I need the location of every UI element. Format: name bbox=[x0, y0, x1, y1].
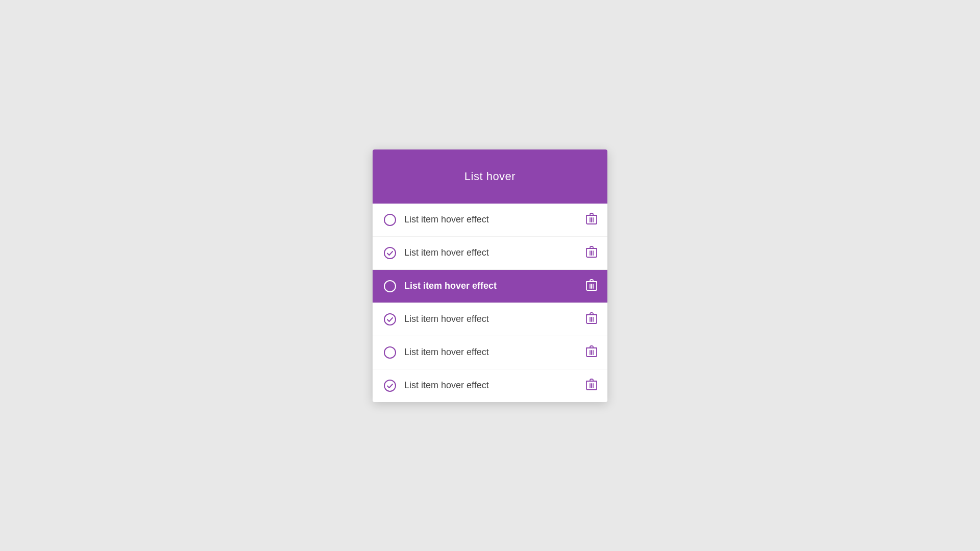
empty-circle-icon bbox=[383, 213, 397, 227]
delete-button[interactable] bbox=[586, 379, 597, 393]
list-item-text: List item hover effect bbox=[404, 214, 586, 225]
delete-button[interactable] bbox=[586, 279, 597, 293]
card-title: List hover bbox=[464, 170, 516, 183]
card-header: List hover bbox=[373, 149, 607, 204]
delete-button[interactable] bbox=[586, 345, 597, 360]
svg-point-25 bbox=[384, 380, 396, 391]
empty-circle-icon bbox=[383, 279, 397, 293]
list-item-text: List item hover effect bbox=[404, 380, 586, 391]
list-item[interactable]: List item hover effect bbox=[373, 204, 607, 237]
check-circle-icon bbox=[383, 312, 397, 327]
svg-point-15 bbox=[384, 314, 396, 325]
list-item-text: List item hover effect bbox=[404, 247, 586, 258]
list-item[interactable]: List item hover effect bbox=[373, 336, 607, 369]
svg-point-20 bbox=[384, 347, 396, 358]
list-item[interactable]: List item hover effect bbox=[373, 303, 607, 336]
list: List item hover effect List item hover e… bbox=[373, 204, 607, 402]
svg-point-5 bbox=[384, 247, 396, 259]
delete-button[interactable] bbox=[586, 312, 597, 327]
check-circle-icon bbox=[383, 379, 397, 393]
list-item[interactable]: List item hover effect bbox=[373, 270, 607, 303]
svg-point-10 bbox=[384, 281, 396, 292]
check-circle-icon bbox=[383, 246, 397, 260]
list-item-text: List item hover effect bbox=[404, 281, 586, 291]
list-item[interactable]: List item hover effect bbox=[373, 369, 607, 402]
list-item[interactable]: List item hover effect bbox=[373, 237, 607, 270]
list-item-text: List item hover effect bbox=[404, 347, 586, 358]
empty-circle-icon bbox=[383, 345, 397, 360]
delete-button[interactable] bbox=[586, 213, 597, 227]
delete-button[interactable] bbox=[586, 246, 597, 260]
list-card: List hover List item hover effect List i… bbox=[373, 149, 607, 402]
list-item-text: List item hover effect bbox=[404, 314, 586, 324]
svg-point-0 bbox=[384, 214, 396, 226]
